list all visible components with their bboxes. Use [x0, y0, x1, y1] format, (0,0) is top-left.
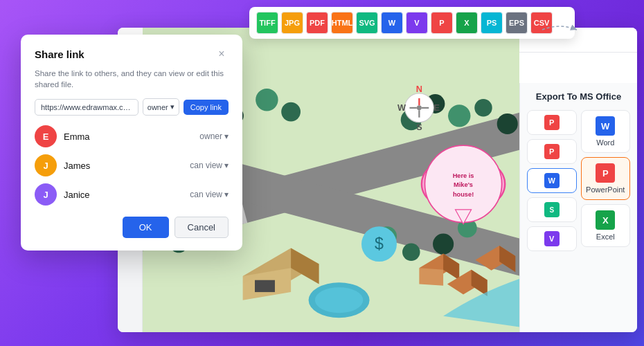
excel-button[interactable]: X [456, 12, 478, 34]
role-chevron-icon: ▾ [224, 161, 229, 170]
export-panel: Export To MS Office P P W S V [519, 83, 637, 332]
v-button[interactable]: V [406, 12, 428, 34]
export-svg-small[interactable]: S [527, 197, 577, 222]
owner-label: owner [147, 103, 168, 111]
export-grid: P P W S V W Word [527, 110, 630, 251]
svg-point-14 [281, 102, 301, 122]
powerpoint-label: PowerPoint [586, 185, 625, 194]
svg-point-44 [417, 105, 422, 110]
owner-dropdown[interactable]: owner ▾ [143, 98, 179, 116]
svg-marker-51 [419, 268, 443, 285]
dropdown-chevron-icon: ▾ [170, 102, 175, 111]
user-name-janice: Janice [64, 190, 183, 200]
jpg-button[interactable]: JPG [281, 12, 303, 34]
user-row: E Emma owner ▾ [35, 125, 229, 147]
eps-button[interactable]: EPS [506, 12, 528, 34]
copy-link-button[interactable]: Copy link [184, 100, 229, 115]
svg-point-36 [315, 287, 363, 313]
export-pdf-small[interactable]: P [527, 139, 577, 164]
svg-point-25 [433, 234, 454, 255]
dialog-title: Share link [35, 48, 84, 60]
link-row: owner ▾ Copy link [35, 98, 229, 116]
user-row: J James can view ▾ [35, 154, 229, 176]
excel-label: Excel [596, 233, 615, 241]
svg-text:W: W [397, 102, 406, 113]
avatar: J [35, 154, 57, 176]
export-excel-large[interactable]: X Excel [581, 204, 631, 247]
share-dialog: Share link × Share the link to others, a… [21, 35, 242, 251]
dialog-footer: OK Cancel [35, 217, 229, 238]
export-word-small[interactable]: W [527, 168, 577, 193]
user-name-james: James [64, 161, 183, 171]
pdf-button[interactable]: PDF [306, 12, 328, 34]
export-panel-title: Export To MS Office [527, 91, 630, 102]
svg-text:S: S [416, 122, 422, 132]
ppt-small-icon: P [544, 115, 560, 130]
v-small-icon: V [544, 231, 560, 246]
ppt-button[interactable]: P [431, 12, 453, 34]
user-list: E Emma owner ▾ J James can view ▾ J Jani… [35, 125, 229, 206]
avatar: E [35, 125, 57, 147]
svg-text:N: N [416, 84, 422, 94]
svg-text:$: $ [375, 235, 384, 253]
export-ppt-small[interactable]: P [527, 110, 577, 135]
format-toolbar: TIFF JPG PDF HTML SVG W V P X PS EPS CSV [249, 7, 575, 39]
arrow-indicator [539, 19, 580, 43]
svg-text:E: E [434, 102, 440, 113]
html-button[interactable]: HTML [331, 12, 353, 34]
export-v-small[interactable]: V [527, 226, 577, 251]
close-dialog-button[interactable]: × [215, 47, 229, 61]
excel-large-icon: X [596, 210, 615, 230]
svg-point-20 [448, 104, 470, 127]
role-chevron-icon: ▾ [224, 190, 229, 199]
pdf-small-icon: P [544, 144, 560, 159]
svg-point-21 [474, 99, 492, 116]
svg-text:house!: house! [453, 191, 474, 198]
word-small-icon: W [544, 173, 560, 188]
dialog-header: Share link × [35, 47, 229, 61]
user-row: J Janice can view ▾ [35, 183, 229, 206]
user-role-james[interactable]: can view ▾ [190, 161, 229, 170]
link-input[interactable] [35, 99, 138, 116]
svg-rect-34 [255, 280, 275, 292]
powerpoint-large-icon: P [596, 163, 615, 183]
avatar: J [35, 183, 57, 206]
word-label: Word [596, 138, 614, 147]
ps-button[interactable]: PS [481, 12, 503, 34]
svg-point-24 [402, 243, 420, 260]
svg-text:Mike's: Mike's [454, 181, 473, 188]
role-chevron-icon: ▾ [224, 131, 229, 141]
word-doc-button[interactable]: W [381, 12, 403, 34]
user-role-emma[interactable]: owner ▾ [199, 131, 229, 141]
svg-small-icon: S [544, 202, 560, 217]
svg-point-22 [497, 113, 518, 134]
export-powerpoint-large[interactable]: P PowerPoint [581, 157, 631, 200]
user-role-janice[interactable]: can view ▾ [190, 190, 229, 199]
export-word-large[interactable]: W Word [581, 110, 631, 153]
dialog-description: Share the link to others, and they can v… [35, 68, 229, 90]
ok-button[interactable]: OK [123, 217, 169, 238]
svg-point-13 [256, 89, 278, 111]
user-name-emma: Emma [64, 131, 193, 142]
tiff-button[interactable]: TIFF [256, 12, 278, 34]
cancel-button[interactable]: Cancel [175, 217, 229, 238]
svg-text:Here is: Here is [453, 172, 474, 179]
svg-button[interactable]: SVG [356, 12, 378, 34]
word-large-icon: W [596, 116, 615, 136]
